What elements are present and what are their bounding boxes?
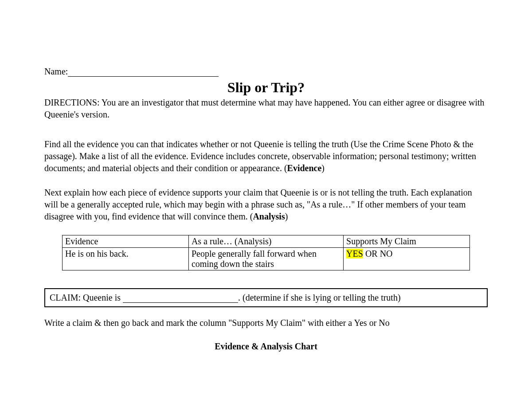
chart-heading: Evidence & Analysis Chart bbox=[44, 341, 488, 352]
directions-text: You are an investigator that must determ… bbox=[44, 98, 485, 119]
claim-label: CLAIM: Queenie is bbox=[50, 293, 123, 302]
instruction-paragraph: Write a claim & then go back and mark th… bbox=[44, 318, 488, 328]
cell-supports: YES OR NO bbox=[344, 248, 470, 270]
evidence-bold: Evidence bbox=[287, 163, 322, 173]
table-row: He is on his back. People generally fall… bbox=[63, 248, 470, 270]
evidence-paragraph: Find all the evidence you can that indic… bbox=[44, 138, 488, 174]
evidence-table: Evidence As a rule… (Analysis) Supports … bbox=[62, 235, 470, 270]
cell-analysis: People generally fall forward when comin… bbox=[188, 248, 343, 270]
claim-post: . (determine if she is lying or telling … bbox=[238, 293, 401, 302]
header-supports: Supports My Claim bbox=[344, 235, 470, 248]
page-title: Slip or Trip? bbox=[44, 79, 488, 96]
directions-paragraph: DIRECTIONS: You are an investigator that… bbox=[44, 97, 488, 121]
supports-yes-highlight: YES bbox=[346, 249, 363, 258]
cell-evidence: He is on his back. bbox=[63, 248, 189, 270]
header-evidence: Evidence bbox=[63, 235, 189, 248]
name-label: Name: bbox=[44, 67, 68, 76]
claim-blank bbox=[123, 293, 238, 303]
directions-label: DIRECTIONS: bbox=[44, 98, 99, 107]
claim-box: CLAIM: Queenie is . (determine if she is… bbox=[44, 288, 488, 307]
evidence-paragraph-post: ) bbox=[321, 163, 325, 173]
header-analysis: As a rule… (Analysis) bbox=[188, 235, 343, 248]
analysis-paragraph: Next explain how each piece of evidence … bbox=[44, 187, 488, 223]
supports-rest: OR NO bbox=[363, 249, 393, 258]
name-blank bbox=[68, 67, 219, 77]
instruction-pre: Write a claim & then go back and mark th… bbox=[44, 318, 354, 328]
name-field: Name: bbox=[44, 67, 488, 77]
table-header-row: Evidence As a rule… (Analysis) Supports … bbox=[63, 235, 470, 248]
document-page: Name: Slip or Trip? DIRECTIONS: You are … bbox=[0, 0, 532, 369]
analysis-paragraph-post: ) bbox=[285, 211, 288, 221]
evidence-paragraph-pre: Find all the evidence you can that indic… bbox=[44, 139, 476, 173]
instruction-yes: Yes bbox=[354, 318, 367, 328]
instruction-no: No bbox=[379, 318, 389, 328]
instruction-or: or bbox=[367, 318, 379, 328]
analysis-bold: Analysis bbox=[253, 211, 285, 221]
